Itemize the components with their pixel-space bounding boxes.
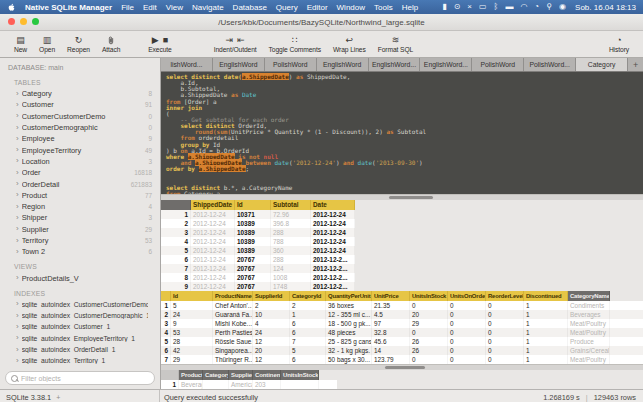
cell[interactable]: 20767: [235, 255, 271, 264]
cell[interactable]: 2012-12-24: [311, 219, 355, 228]
menu-view[interactable]: View: [166, 3, 183, 12]
cell[interactable]: 20: [253, 346, 290, 355]
sidebar-item-category[interactable]: ›Category8: [0, 88, 160, 99]
cell[interactable]: 2012-12-2...: [311, 255, 355, 264]
sidebar-item-orderdetail[interactable]: ›OrderDetail621883: [0, 178, 160, 189]
cell[interactable]: 2012-12-24: [191, 210, 235, 219]
menu-tools[interactable]: Tools: [374, 3, 393, 12]
cell[interactable]: 203: [253, 380, 281, 389]
sidebar-item-sqlite-autoindex-customer-1[interactable]: ›sqlite_autoindex_Customer_1: [0, 321, 160, 332]
cell[interactable]: 2012-12-2...: [311, 282, 355, 291]
cell[interactable]: Singaporea...: [213, 346, 253, 355]
tab-englishword[interactable]: EnglishWord: [317, 58, 369, 71]
cell[interactable]: 36 boxes: [326, 301, 372, 310]
column-header-unitsinstock[interactable]: UnitsInStock: [410, 291, 448, 301]
tab-polishword[interactable]: PolishWord...: [524, 58, 576, 71]
spotlight-search-icon[interactable]: ⚲: [546, 0, 552, 14]
cell[interactable]: 1: [524, 319, 568, 328]
cell[interactable]: 10389: [235, 228, 271, 237]
cell[interactable]: 20767: [235, 282, 271, 291]
cell[interactable]: 48 pieces: [326, 328, 372, 337]
cell[interactable]: 396.8: [271, 219, 311, 228]
tab-polishword[interactable]: PolishWord: [472, 58, 524, 71]
cell[interactable]: 0: [486, 346, 524, 355]
cell[interactable]: 45.6: [372, 337, 410, 346]
cell[interactable]: 2012-12-2...: [311, 273, 355, 282]
disclosure-triangle-icon[interactable]: ›: [16, 124, 19, 132]
column-header-id[interactable]: Id: [235, 200, 271, 210]
column-header-category[interactable]: Category: [203, 370, 229, 380]
cell[interactable]: Meat/Poultry: [568, 319, 610, 328]
cell[interactable]: 25 - 825 g cans: [326, 337, 372, 346]
cell[interactable]: 0: [410, 328, 448, 337]
scrollbar-thumb[interactable]: [389, 196, 433, 199]
row-number[interactable]: 7: [161, 264, 191, 273]
row-number[interactable]: 9: [161, 282, 191, 291]
cell[interactable]: 6: [290, 355, 326, 364]
cell[interactable]: America: [229, 380, 253, 389]
cell[interactable]: 1: [524, 337, 568, 346]
keyboard-icon[interactable]: ▭: [479, 0, 487, 14]
cell[interactable]: Guaraná Fa...: [213, 310, 253, 319]
row-number[interactable]: 5: [161, 337, 171, 346]
tab-englishword[interactable]: EnglishWord...: [369, 58, 421, 71]
cell[interactable]: 2012-12-24: [311, 228, 355, 237]
column-header-categoryname[interactable]: CategoryName: [568, 291, 610, 301]
sidebar-item-shipper[interactable]: ›Shipper3: [0, 212, 160, 223]
row-number[interactable]: 6: [161, 255, 191, 264]
disclosure-triangle-icon[interactable]: ›: [16, 300, 19, 308]
cell[interactable]: 0: [448, 355, 486, 364]
sidebar-item-employee[interactable]: ›Employee9: [0, 133, 160, 144]
cell[interactable]: 0: [448, 319, 486, 328]
cell[interactable]: 2012-12-24: [191, 273, 235, 282]
column-header-quantityperunit[interactable]: QuantityPerUnit: [326, 291, 372, 301]
scrollbar-thumb[interactable]: [385, 366, 425, 369]
cell[interactable]: 32 - 1 kg pkgs.: [326, 346, 372, 355]
cell[interactable]: 5: [290, 346, 326, 355]
cell[interactable]: 788: [271, 237, 311, 246]
menu-editor[interactable]: Editor: [307, 3, 328, 12]
cell[interactable]: 288: [271, 228, 311, 237]
row-number[interactable]: 4: [161, 237, 191, 246]
cell[interactable]: 360: [271, 246, 311, 255]
sidebar-item-sqlite-autoindex-customercustomerdemo-1[interactable]: ›sqlite_autoindex_CustomerCustomerDemo_1: [0, 299, 160, 310]
cell[interactable]: 0: [448, 328, 486, 337]
table-row[interactable]: 1BeveragesAmerica203: [161, 380, 337, 389]
table-row[interactable]: 729Thüringer R...12650 bags x 30...123.7…: [161, 355, 643, 364]
cell[interactable]: 1: [524, 355, 568, 364]
row-number[interactable]: 3: [161, 319, 171, 328]
cell[interactable]: 20: [410, 310, 448, 319]
table-row[interactable]: 12012-12-241037172.962012-12-24: [161, 210, 355, 219]
cell[interactable]: 288: [271, 255, 311, 264]
menu-extra-icon[interactable]: ▮: [442, 0, 446, 14]
cell[interactable]: 24: [171, 310, 213, 319]
cell[interactable]: 0: [448, 346, 486, 355]
fast-user-switch-icon[interactable]: ◉: [559, 0, 566, 14]
row-number[interactable]: 1: [161, 210, 191, 219]
row-number[interactable]: 4: [161, 328, 171, 337]
table-row[interactable]: 32012-12-24103892882012-12-24: [161, 228, 355, 237]
cell[interactable]: 1: [290, 310, 326, 319]
column-header-date[interactable]: Date: [311, 200, 355, 210]
menu-help[interactable]: Help: [402, 3, 418, 12]
cell[interactable]: 10389: [235, 237, 271, 246]
cell[interactable]: 29: [171, 355, 213, 364]
cell[interactable]: 2012-12-24: [191, 246, 235, 255]
sidebar-item-productdetails-v[interactable]: ›ProductDetails_V: [0, 272, 160, 283]
disclosure-triangle-icon[interactable]: ›: [16, 157, 19, 165]
disclosure-triangle-icon[interactable]: ›: [16, 112, 19, 120]
column-header-continent[interactable]: Continent: [253, 370, 281, 380]
column-header-discontinued[interactable]: Discontinued: [524, 291, 568, 301]
cell[interactable]: 2012-12-24: [191, 237, 235, 246]
cell[interactable]: 42: [171, 346, 213, 355]
row-number[interactable]: 1: [161, 380, 179, 389]
cell[interactable]: 1: [524, 310, 568, 319]
battery-icon[interactable]: ▬: [505, 0, 513, 14]
cell[interactable]: 123.79: [372, 355, 410, 364]
cell[interactable]: 0: [448, 301, 486, 310]
cell[interactable]: 0: [486, 355, 524, 364]
cell[interactable]: 1748: [271, 282, 311, 291]
table-row[interactable]: 15Chef Anton'...2236 boxes21.350001Condi…: [161, 301, 643, 310]
column-header-unitsonorder[interactable]: UnitsOnOrder: [448, 291, 486, 301]
new-tab-button[interactable]: +: [628, 58, 643, 71]
